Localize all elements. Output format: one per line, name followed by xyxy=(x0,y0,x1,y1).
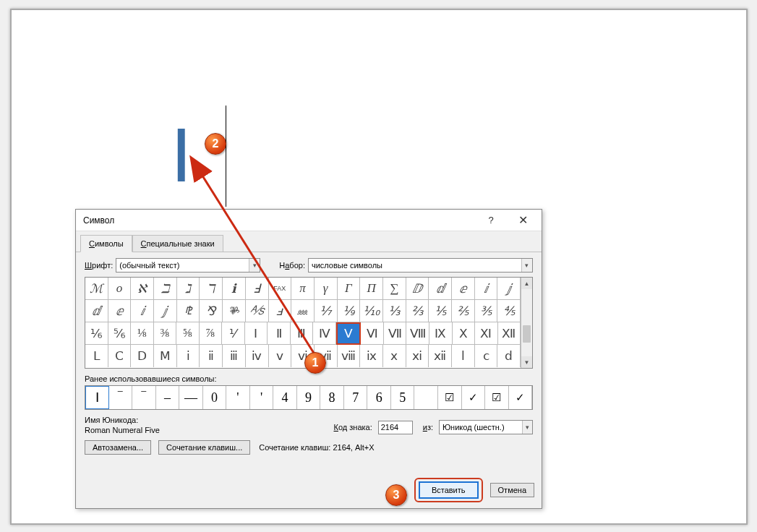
recent-symbol-cell[interactable]: ‾ xyxy=(109,386,133,409)
symbol-cell[interactable]: ℳ xyxy=(85,278,108,300)
symbol-cell[interactable]: ⅰ xyxy=(177,345,200,367)
symbol-cell[interactable]: ⅷ xyxy=(338,345,361,367)
symbol-cell[interactable]: ⅋ xyxy=(200,300,223,322)
symbol-cell[interactable]: ⅹ xyxy=(383,345,406,367)
symbol-cell[interactable]: π xyxy=(291,278,315,300)
symbol-cell[interactable]: Γ xyxy=(338,278,361,300)
chevron-down-icon[interactable]: ▾ xyxy=(521,259,532,272)
recent-symbol-cell[interactable] xyxy=(414,386,438,409)
symbol-cell[interactable]: FAX xyxy=(269,278,292,300)
symbol-cell[interactable]: ⅻ xyxy=(429,345,452,367)
symbol-cell[interactable]: ⅚ xyxy=(108,322,132,345)
recent-symbol-cell[interactable]: ' xyxy=(250,386,274,409)
recent-symbol-cell[interactable]: 0 xyxy=(203,386,227,409)
grid-scrollbar[interactable]: ▲ ▼ xyxy=(521,278,532,368)
scroll-thumb[interactable] xyxy=(523,325,531,343)
symbol-cell[interactable]: ⅆ xyxy=(85,300,108,322)
symbol-cell[interactable]: γ xyxy=(315,278,338,300)
symbol-cell[interactable]: Ⅶ xyxy=(384,322,407,345)
symbol-cell[interactable]: ⅾ xyxy=(497,345,521,367)
symbol-cell[interactable]: ⅼ xyxy=(452,345,475,367)
symbol-cell[interactable]: Ⅼ xyxy=(85,345,108,367)
recent-symbol-cell[interactable]: ' xyxy=(226,386,250,409)
symbol-cell[interactable]: ℶ xyxy=(154,278,177,300)
tab-special-chars[interactable]: Специальные знаки xyxy=(132,235,223,252)
symbol-cell[interactable]: Ⅱ xyxy=(268,322,291,345)
close-button[interactable]: ✕ xyxy=(507,210,539,231)
symbol-cell[interactable]: ⅘ xyxy=(497,300,521,322)
symbol-cell[interactable]: ⅔ xyxy=(406,300,429,322)
symbol-cell[interactable]: ⅝ xyxy=(176,322,200,345)
symbol-cell[interactable]: ⅞ xyxy=(200,322,223,345)
recent-symbol-cell[interactable]: 8 xyxy=(320,386,344,409)
symbol-cell[interactable]: ⅺ xyxy=(406,345,429,367)
help-button[interactable]: ? xyxy=(475,210,507,231)
subset-combo[interactable]: ▾ xyxy=(308,258,533,273)
chevron-down-icon[interactable]: ▾ xyxy=(249,259,260,272)
symbol-cell[interactable]: ⅴ xyxy=(269,345,292,367)
symbol-cell[interactable]: ℷ xyxy=(177,278,200,300)
symbol-cell[interactable]: Ⅰ xyxy=(245,322,268,345)
symbol-cell[interactable]: ⅑ xyxy=(338,300,361,322)
symbol-cell[interactable]: ⅗ xyxy=(475,300,498,322)
symbol-cell[interactable]: ⅅ xyxy=(406,278,429,300)
scroll-up-button[interactable]: ▲ xyxy=(521,278,532,289)
insert-button[interactable]: Вставить xyxy=(419,481,479,499)
symbol-cell[interactable]: ⅌ xyxy=(223,300,246,322)
symbol-cell[interactable]: ⅒ xyxy=(360,300,383,322)
symbol-cell[interactable]: ⅉ xyxy=(154,300,177,322)
symbol-cell[interactable]: ⅊ xyxy=(177,300,200,322)
symbol-cell[interactable]: ⅽ xyxy=(475,345,498,367)
recent-symbol-cell[interactable]: — xyxy=(179,386,203,409)
recent-symbol-cell[interactable]: 4 xyxy=(273,386,297,409)
subset-input[interactable] xyxy=(309,261,521,270)
tab-symbols[interactable]: Символы xyxy=(80,235,132,252)
symbol-cell[interactable]: ⅱ xyxy=(200,345,223,367)
symbol-cell[interactable]: ⅳ xyxy=(246,345,269,367)
symbol-cell[interactable]: ⅕ xyxy=(429,300,452,322)
symbol-cell[interactable]: ⅸ xyxy=(360,345,383,367)
symbol-cell[interactable]: ℵ xyxy=(131,278,154,300)
symbol-cell[interactable]: ⅐ xyxy=(315,300,338,322)
symbol-cell[interactable]: Ⅿ xyxy=(154,345,177,367)
symbol-cell[interactable]: ⅓ xyxy=(383,300,406,322)
symbol-cell[interactable]: Ⅳ xyxy=(313,322,336,345)
symbol-cell[interactable]: ∑ xyxy=(383,278,406,300)
recent-symbol-cell[interactable]: 5 xyxy=(391,386,415,409)
shortcut-key-button[interactable]: Сочетание клавиш... xyxy=(158,440,250,455)
symbol-cell[interactable]: ⅏ xyxy=(291,300,315,322)
symbol-cell[interactable]: Ⅺ xyxy=(475,322,498,345)
symbol-cell[interactable]: ⅇ xyxy=(108,300,132,322)
symbol-cell[interactable]: ⅟ xyxy=(222,322,245,345)
symbol-cell[interactable]: Ⅴ xyxy=(336,322,362,345)
font-combo[interactable]: ▾ xyxy=(116,258,260,273)
symbol-cell[interactable]: ⅈ xyxy=(131,300,154,322)
chevron-down-icon[interactable]: ▾ xyxy=(522,421,532,434)
char-code-input[interactable] xyxy=(378,421,413,434)
symbol-cell[interactable]: Ⅾ xyxy=(131,345,154,367)
symbol-cell[interactable]: ⅜ xyxy=(154,322,177,345)
symbol-cell[interactable]: ⅙ xyxy=(85,322,108,345)
symbol-cell[interactable]: Ⅎ xyxy=(246,278,269,300)
autocorrect-button[interactable]: Автозамена... xyxy=(85,440,151,455)
dialog-titlebar[interactable]: Символ ? ✕ xyxy=(76,210,542,231)
symbol-cell[interactable]: ℸ xyxy=(200,278,223,300)
recent-symbol-cell[interactable]: ☑ xyxy=(438,386,462,409)
symbol-cell[interactable]: Π xyxy=(360,278,383,300)
symbol-cell[interactable]: Ⅲ xyxy=(291,322,314,345)
recent-symbol-cell[interactable]: Ⅰ xyxy=(85,386,109,409)
cancel-button[interactable]: Отмена xyxy=(490,483,534,497)
symbol-cell[interactable]: ⅎ xyxy=(269,300,292,322)
symbol-cell[interactable]: ⅖ xyxy=(452,300,475,322)
recent-symbol-cell[interactable]: 6 xyxy=(367,386,391,409)
recent-symbol-cell[interactable]: ☑ xyxy=(485,386,509,409)
from-input[interactable] xyxy=(440,423,522,432)
font-input[interactable] xyxy=(116,261,249,270)
symbol-cell[interactable]: Ⅻ xyxy=(498,322,521,345)
symbol-cell[interactable]: Ⅽ xyxy=(108,345,132,367)
scroll-down-button[interactable]: ▼ xyxy=(521,356,532,368)
recent-symbol-cell[interactable]: ‾ xyxy=(132,386,156,409)
symbol-cell[interactable]: ⅈ xyxy=(475,278,498,300)
symbol-cell[interactable]: Ⅷ xyxy=(406,322,429,345)
symbol-cell[interactable]: ℹ xyxy=(223,278,246,300)
